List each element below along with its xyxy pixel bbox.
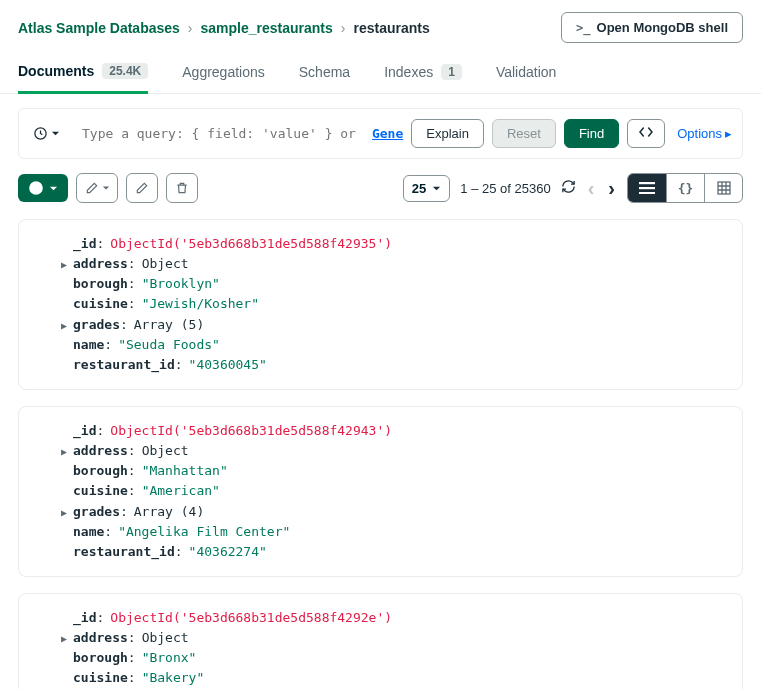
page-size-value: 25 xyxy=(412,181,426,196)
view-toggle: {} xyxy=(627,173,743,203)
tab-documents-label: Documents xyxy=(18,63,94,79)
field-grades: Array (5) xyxy=(134,315,204,335)
tab-indexes[interactable]: Indexes 1 xyxy=(384,54,462,92)
view-table-button[interactable] xyxy=(704,174,742,202)
pagination-range: 1 – 25 of 25360 xyxy=(460,181,550,196)
trash-icon xyxy=(175,181,189,195)
field-address: Object xyxy=(142,441,189,461)
indexes-count-badge: 1 xyxy=(441,64,462,80)
document-card[interactable]: _id:ObjectId('5eb3d668b31de5d588f4292e')… xyxy=(18,593,743,689)
query-input[interactable] xyxy=(74,122,364,145)
page-size-select[interactable]: 25 xyxy=(403,175,450,202)
next-page-button[interactable]: › xyxy=(606,177,617,200)
field-address: Object xyxy=(142,628,189,648)
document-card[interactable]: _id:ObjectId('5eb3d668b31de5d588f42935')… xyxy=(18,219,743,390)
open-shell-label: Open MongoDB shell xyxy=(597,20,728,35)
breadcrumb: Atlas Sample Databases › sample_restaura… xyxy=(18,20,430,36)
field-restaurant-id: "40362274" xyxy=(189,542,267,562)
field-name: "Angelika Film Center" xyxy=(118,522,290,542)
options-label: Options xyxy=(677,126,722,141)
list-icon xyxy=(639,182,655,194)
explain-button[interactable]: Explain xyxy=(411,119,484,148)
svg-rect-3 xyxy=(639,187,655,189)
documents-count-badge: 25.4K xyxy=(102,63,148,79)
code-icon xyxy=(638,126,654,138)
crumb-db[interactable]: sample_restaurants xyxy=(201,20,333,36)
reset-button[interactable]: Reset xyxy=(492,119,556,148)
toggle-query-format-button[interactable] xyxy=(627,119,665,148)
plus-circle-icon xyxy=(28,180,44,196)
chevron-right-icon: ▸ xyxy=(725,126,732,141)
open-shell-button[interactable]: >_ Open MongoDB shell xyxy=(561,12,743,43)
svg-rect-5 xyxy=(718,182,730,194)
field-borough: "Manhattan" xyxy=(142,461,228,481)
field-cuisine: "Bakery" xyxy=(142,668,205,688)
tab-documents[interactable]: Documents 25.4K xyxy=(18,53,148,94)
refresh-button[interactable] xyxy=(561,179,576,197)
expand-icon[interactable]: ▶ xyxy=(61,444,67,460)
field-grades: Array (4) xyxy=(134,502,204,522)
chevron-right-icon: › xyxy=(188,20,193,36)
caret-down-icon xyxy=(51,129,60,138)
edit-icon xyxy=(85,181,99,195)
field-borough: "Brooklyn" xyxy=(142,274,220,294)
caret-down-icon xyxy=(432,184,441,193)
svg-rect-4 xyxy=(639,192,655,194)
terminal-icon: >_ xyxy=(576,21,590,35)
field-restaurant-id: "40360045" xyxy=(189,355,267,375)
tab-aggregations[interactable]: Aggregations xyxy=(182,54,265,92)
view-list-button[interactable] xyxy=(628,174,666,202)
tab-validation[interactable]: Validation xyxy=(496,54,556,92)
field-id: ObjectId('5eb3d668b31de5d588f42935') xyxy=(110,234,392,254)
view-json-button[interactable]: {} xyxy=(666,174,704,202)
table-icon xyxy=(717,181,731,195)
crumb-root[interactable]: Atlas Sample Databases xyxy=(18,20,180,36)
tab-schema[interactable]: Schema xyxy=(299,54,350,92)
caret-down-icon xyxy=(49,184,58,193)
field-name: "Seuda Foods" xyxy=(118,335,220,355)
tabs: Documents 25.4K Aggregations Schema Inde… xyxy=(0,53,761,94)
generate-query-link[interactable]: Gene xyxy=(372,126,403,141)
field-borough: "Bronx" xyxy=(142,648,197,668)
field-cuisine: "American" xyxy=(142,481,220,501)
braces-icon: {} xyxy=(678,181,694,196)
document-card[interactable]: _id:ObjectId('5eb3d668b31de5d588f42943')… xyxy=(18,406,743,577)
pencil-icon xyxy=(135,181,149,195)
field-address: Object xyxy=(142,254,189,274)
expand-icon[interactable]: ▶ xyxy=(61,257,67,273)
caret-down-icon xyxy=(102,184,110,192)
history-button[interactable] xyxy=(27,122,66,145)
delete-button[interactable] xyxy=(166,173,198,203)
edit-document-button[interactable] xyxy=(76,173,118,203)
tab-indexes-label: Indexes xyxy=(384,64,433,80)
expand-icon[interactable]: ▶ xyxy=(61,505,67,521)
clock-icon xyxy=(33,126,48,141)
expand-icon[interactable]: ▶ xyxy=(61,631,67,647)
field-cuisine: "Jewish/Kosher" xyxy=(142,294,259,314)
field-id: ObjectId('5eb3d668b31de5d588f4292e') xyxy=(110,608,392,628)
chevron-right-icon: › xyxy=(341,20,346,36)
prev-page-button[interactable]: ‹ xyxy=(586,177,597,200)
expand-icon[interactable]: ▶ xyxy=(61,318,67,334)
crumb-collection: restaurants xyxy=(354,20,430,36)
query-bar: Gene Explain Reset Find Options ▸ xyxy=(18,108,743,159)
edit-button[interactable] xyxy=(126,173,158,203)
find-button[interactable]: Find xyxy=(564,119,619,148)
svg-rect-2 xyxy=(639,182,655,184)
options-link[interactable]: Options ▸ xyxy=(677,126,732,141)
field-id: ObjectId('5eb3d668b31de5d588f42943') xyxy=(110,421,392,441)
add-data-button[interactable] xyxy=(18,174,68,202)
refresh-icon xyxy=(561,179,576,194)
